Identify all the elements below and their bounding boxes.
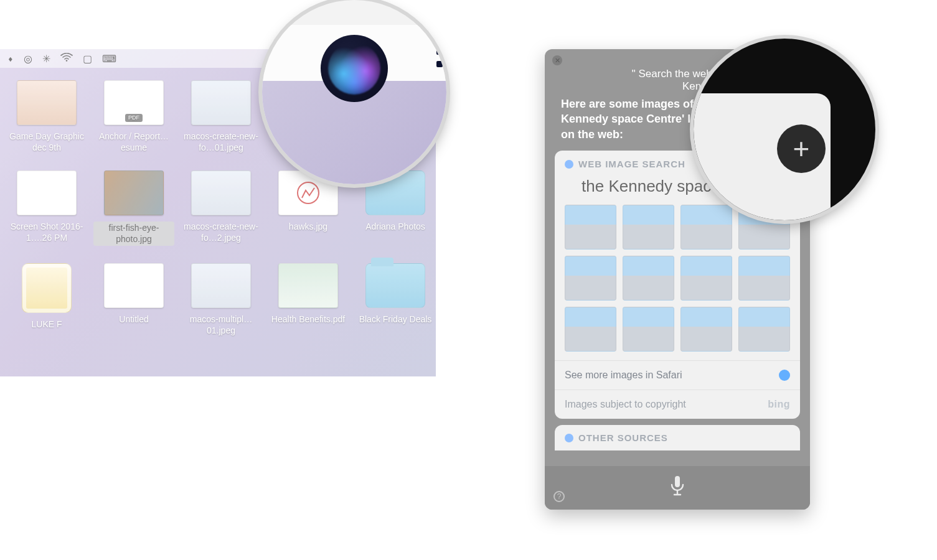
airplay-icon[interactable]: ▢	[83, 53, 92, 65]
dropbox-icon[interactable]: ⬧	[7, 53, 14, 64]
safari-compass-icon	[565, 434, 573, 442]
image-result[interactable]	[623, 307, 674, 352]
safari-compass-icon	[779, 370, 790, 381]
bing-attribution: bing	[768, 399, 790, 410]
safari-compass-icon	[565, 160, 573, 169]
desktop-file[interactable]: Health Benefits.pdf	[268, 263, 349, 336]
file-label: LUKE F	[31, 319, 62, 330]
file-label: hawks.jpg	[289, 222, 327, 233]
siri-icon[interactable]	[321, 35, 388, 102]
image-thumbnail	[191, 263, 251, 308]
file-label: Untitled	[119, 314, 148, 325]
pin-to-today-button[interactable]: +	[777, 124, 826, 173]
file-label: Anchor / Report…esume	[93, 131, 174, 153]
pdf-thumbnail: PDF	[104, 80, 164, 125]
image-result[interactable]	[738, 256, 790, 301]
image-result[interactable]	[680, 256, 732, 301]
file-label: macos-create-new-fo…01.jpeg	[181, 131, 261, 153]
folder-icon	[365, 263, 425, 308]
desktop-disk[interactable]: LUKE F	[6, 263, 87, 336]
image-thumbnail	[191, 80, 251, 125]
magnifier-pin-button: +	[694, 39, 875, 220]
status-icon-2[interactable]: ✳	[42, 53, 50, 65]
image-thumbnail	[104, 170, 164, 215]
image-result[interactable]	[738, 307, 790, 352]
desktop-file[interactable]: macos-create-new-fo…2.jpeg	[181, 170, 261, 246]
image-result[interactable]	[565, 256, 616, 301]
desktop-file[interactable]: Screen Shot 2016-1….26 PM	[6, 170, 87, 246]
image-thumbnail	[17, 170, 77, 215]
keyboard-icon[interactable]: ⌨	[102, 53, 116, 65]
microphone-icon[interactable]	[669, 475, 685, 502]
file-label: Black Friday Deals	[359, 314, 432, 325]
image-result[interactable]	[565, 205, 616, 250]
other-sources-label: OTHER SOURCES	[578, 432, 668, 443]
see-more-link[interactable]: See more images in Safari	[555, 360, 800, 390]
image-thumbnail	[191, 170, 251, 215]
see-more-label: See more images in Safari	[565, 370, 682, 381]
image-thumbnail	[17, 80, 77, 125]
file-label: Health Benefits.pdf	[271, 314, 345, 325]
image-result[interactable]	[623, 205, 674, 250]
status-icon[interactable]: ◎	[24, 53, 32, 65]
file-label: macos-create-new-fo…2.jpeg	[181, 222, 261, 243]
image-result[interactable]	[623, 256, 674, 301]
desktop-file-selected[interactable]: first-fish-eye-photo.jpg	[93, 170, 174, 246]
desktop-file[interactable]: macos-multipl…01.jpeg	[181, 263, 261, 336]
pdf-badge: PDF	[125, 114, 143, 122]
image-result[interactable]	[680, 205, 732, 250]
help-icon[interactable]: ?	[553, 491, 565, 502]
desktop-folder[interactable]: Black Friday Deals	[355, 263, 436, 336]
pdf-thumbnail	[278, 263, 338, 308]
image-result[interactable]	[680, 307, 732, 352]
siri-input-bar: ?	[545, 466, 810, 510]
magnifier-siri-menubar-icon	[262, 0, 446, 184]
svg-point-0	[66, 60, 68, 62]
card-header-label: WEB IMAGE SEARCH	[578, 159, 685, 169]
disk-icon	[22, 263, 72, 313]
desktop-file[interactable]: macos-create-new-fo…01.jpeg	[181, 80, 261, 153]
file-label: Screen Shot 2016-1….26 PM	[6, 222, 87, 243]
desktop-file[interactable]: Untitled	[93, 263, 174, 336]
document-thumbnail	[104, 263, 164, 308]
image-results-grid	[555, 205, 800, 361]
file-label: Adriana Photos	[365, 222, 425, 233]
other-sources-card[interactable]: OTHER SOURCES	[555, 425, 800, 450]
close-icon[interactable]: ✕	[552, 55, 562, 65]
card-legal: Images subject to copyright bing	[555, 390, 800, 419]
file-label: first-fish-eye-photo.jpg	[93, 222, 174, 246]
desktop-file[interactable]: Game Day Graphic dec 9th	[6, 80, 87, 153]
svg-rect-2	[675, 476, 680, 487]
image-result[interactable]	[565, 307, 616, 352]
desktop-file[interactable]: PDF Anchor / Report…esume	[93, 80, 174, 153]
file-label: macos-multipl…01.jpeg	[181, 314, 261, 336]
copyright-label: Images subject to copyright	[565, 399, 686, 410]
file-label: Game Day Graphic dec 9th	[6, 131, 87, 153]
overflow-icon	[436, 49, 443, 67]
wifi-icon[interactable]	[60, 53, 73, 64]
